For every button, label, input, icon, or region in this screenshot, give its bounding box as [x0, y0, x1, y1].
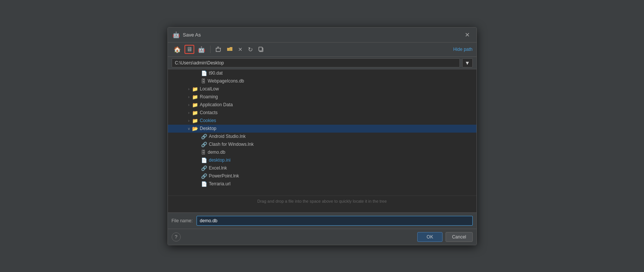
refresh-button[interactable]: ↻	[246, 45, 255, 54]
ok-button[interactable]: OK	[417, 232, 443, 242]
lnk-file-icon: 🔗	[201, 165, 207, 171]
save-as-dialog: 🤖 Save As ✕ 🏠 🖥 🤖 + ✕ ↻ Hide path	[168, 27, 477, 245]
list-item[interactable]: 📄 t90.dat	[168, 69, 476, 77]
new-folder-button[interactable]: +	[225, 45, 235, 53]
home-button[interactable]: 🏠	[172, 45, 183, 54]
android-button[interactable]: 🤖	[196, 45, 207, 54]
path-bar: ▼	[168, 57, 476, 69]
dialog-app-icon: 🤖	[172, 31, 180, 38]
item-label: Clash for Windows.lnk	[209, 142, 254, 147]
folder-icon: 📁	[192, 94, 198, 100]
list-item[interactable]: 📄 desktop.ini	[168, 156, 476, 164]
item-label: Application Data	[200, 102, 233, 107]
title-bar: 🤖 Save As ✕	[168, 28, 476, 43]
item-label: Android Studio.lnk	[209, 134, 246, 139]
item-label: Roaming	[200, 94, 218, 99]
list-item[interactable]: 📄 Terraria.url	[168, 180, 476, 188]
list-item[interactable]: 🔗 Excel.lnk	[168, 164, 476, 172]
expand-icon: ›	[186, 111, 192, 115]
cancel-button[interactable]: Cancel	[446, 232, 472, 242]
list-item[interactable]: 🔗 Clash for Windows.lnk	[168, 141, 476, 148]
list-item[interactable]: 🔗 PowerPoint.lnk	[168, 172, 476, 180]
folder-icon: 📁	[192, 86, 198, 92]
hide-path-button[interactable]: Hide path	[453, 47, 472, 52]
toolbar: 🏠 🖥 🤖 + ✕ ↻ Hide path	[168, 43, 476, 57]
item-label: Cookies	[200, 118, 216, 123]
button-row: ? OK Cancel	[168, 229, 476, 245]
item-label: Contacts	[200, 110, 218, 115]
help-button[interactable]: ?	[172, 232, 181, 241]
list-item[interactable]: › 📁 LocalLow	[168, 85, 476, 93]
list-item[interactable]: ∨ 📂 Desktop	[168, 125, 476, 133]
filename-row: File name:	[168, 212, 476, 229]
item-label: desktop.ini	[209, 157, 231, 163]
item-label: t90.dat	[209, 70, 223, 76]
list-item[interactable]: › 📁 Roaming	[168, 93, 476, 101]
lnk-file-icon: 🔗	[201, 134, 207, 139]
filename-label: File name:	[172, 218, 193, 223]
expand-icon: ›	[186, 119, 192, 123]
expand-icon: ›	[186, 95, 192, 99]
file-tree[interactable]: 📄 t90.dat 🗄 WebpageIcons.db › 📁 LocalLow…	[168, 69, 476, 212]
item-label: Terraria.url	[209, 181, 231, 186]
db-file-icon: 🗄	[201, 78, 206, 84]
lnk-file-icon: 🔗	[201, 142, 207, 147]
item-label: LocalLow	[200, 86, 219, 92]
folder-icon: 📁	[192, 118, 198, 124]
list-item[interactable]: › 📁 Contacts	[168, 109, 476, 117]
url-file-icon: 📄	[201, 181, 207, 187]
item-label: Excel.lnk	[209, 165, 227, 171]
list-item[interactable]: 🔗 Android Studio.lnk	[168, 133, 476, 141]
expand-icon: ∨	[186, 127, 192, 131]
list-item[interactable]: 🗄 WebpageIcons.db	[168, 77, 476, 85]
expand-icon: ›	[186, 103, 192, 107]
action-buttons: OK Cancel	[417, 232, 473, 242]
path-input[interactable]	[172, 58, 460, 67]
svg-rect-2	[216, 51, 220, 52]
copy-button[interactable]	[256, 45, 266, 53]
dialog-title: Save As	[183, 32, 201, 38]
close-button[interactable]: ✕	[463, 31, 472, 39]
monitor-button[interactable]: 🖥	[184, 45, 194, 54]
svg-rect-7	[259, 47, 262, 51]
ini-file-icon: 📄	[201, 157, 207, 163]
list-item[interactable]: › 📁 Cookies	[168, 117, 476, 125]
folder-nav-button[interactable]	[214, 45, 223, 53]
spacer	[168, 188, 476, 196]
path-dropdown-button[interactable]: ▼	[462, 58, 473, 67]
delete-button[interactable]: ✕	[236, 45, 244, 53]
lnk-file-icon: 🔗	[201, 173, 207, 179]
folder-icon: 📁	[192, 102, 198, 108]
folder-open-icon: 📂	[192, 126, 198, 131]
folder-icon: 📁	[192, 110, 198, 116]
item-label: Desktop	[200, 126, 217, 131]
list-item[interactable]: › 📁 Application Data	[168, 101, 476, 109]
dat-file-icon: 📄	[201, 70, 207, 76]
item-label: WebpageIcons.db	[208, 78, 244, 84]
filename-input[interactable]	[197, 216, 473, 226]
item-label: PowerPoint.lnk	[209, 173, 239, 179]
svg-text:+: +	[229, 48, 231, 52]
expand-icon: ›	[186, 87, 192, 91]
toolbar-left: 🏠 🖥 🤖 + ✕ ↻	[172, 45, 266, 54]
title-bar-left: 🤖 Save As	[172, 31, 201, 38]
svg-rect-4	[216, 48, 221, 49]
item-label: demo.db	[208, 150, 226, 155]
list-item[interactable]: 🗄 demo.db	[168, 148, 476, 156]
drag-hint: Drag and drop a file into the space abov…	[168, 196, 476, 206]
toolbar-separator-1	[210, 46, 211, 53]
db-file-icon: 🗄	[201, 150, 206, 155]
